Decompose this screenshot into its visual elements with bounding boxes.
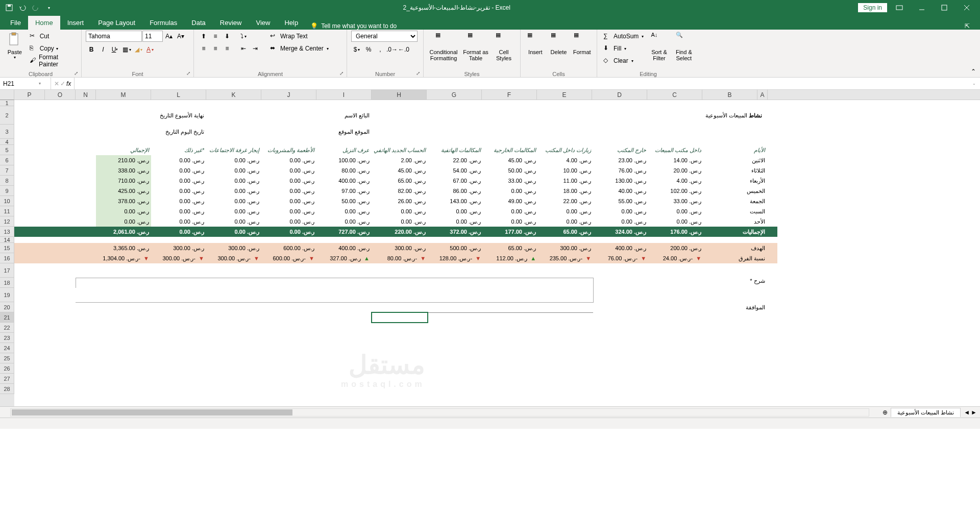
column-header-P[interactable]: P <box>14 90 45 100</box>
name-box[interactable]: ▾ <box>0 78 51 89</box>
row-header-8[interactable]: 8 <box>0 176 14 186</box>
close-icon[interactable] <box>957 0 977 15</box>
column-header-F[interactable]: F <box>482 90 537 100</box>
fill-button[interactable]: ⬇Fill <box>601 43 646 54</box>
row-header-18[interactable]: 18 <box>0 278 14 288</box>
conditional-formatting-button[interactable]: ▦Conditional Formatting <box>428 31 459 61</box>
row-header-7[interactable]: 7 <box>0 165 14 176</box>
alignment-dialog-icon[interactable]: ⤢ <box>339 70 344 76</box>
tab-review[interactable]: Review <box>213 16 249 30</box>
increase-indent-icon[interactable]: ⇥ <box>250 43 261 54</box>
increase-font-icon[interactable]: A▴ <box>163 31 175 42</box>
align-left-icon[interactable]: ≡ <box>198 43 209 54</box>
number-format-select[interactable]: General <box>351 31 418 42</box>
align-bottom-icon[interactable]: ⬇ <box>222 31 233 42</box>
format-as-table-button[interactable]: ▦Format as Table <box>461 31 490 61</box>
column-header-K[interactable]: K <box>206 90 261 100</box>
align-center-icon[interactable]: ≡ <box>210 43 221 54</box>
column-header-H[interactable]: H <box>372 90 427 100</box>
row-header-15[interactable]: 15 <box>0 243 14 253</box>
tab-insert[interactable]: Insert <box>60 16 91 30</box>
expand-formula-bar-icon[interactable]: ⌄ <box>968 81 980 86</box>
accounting-format-icon[interactable]: $ <box>351 44 362 55</box>
paste-button[interactable]: Paste▾ <box>4 31 26 60</box>
row-header-21[interactable]: 21 <box>0 312 14 323</box>
decrease-indent-icon[interactable]: ⇤ <box>238 43 249 54</box>
tab-page-layout[interactable]: Page Layout <box>91 16 142 30</box>
enter-formula-icon[interactable]: ✓ <box>60 80 65 87</box>
row-header-4[interactable]: 4 <box>0 139 14 145</box>
autosum-button[interactable]: ∑AutoSum <box>601 31 646 42</box>
save-icon[interactable] <box>3 2 15 14</box>
column-header-C[interactable]: C <box>647 90 702 100</box>
sort-filter-button[interactable]: A↓Sort & Filter <box>648 31 670 61</box>
row-header-20[interactable]: 20 <box>0 302 14 312</box>
collapse-ribbon-icon[interactable]: ⌃ <box>971 68 976 75</box>
row-header-25[interactable]: 25 <box>0 353 14 363</box>
column-header-A[interactable]: A <box>757 90 768 100</box>
tab-home[interactable]: Home <box>28 16 60 30</box>
sheet-nav-last-icon[interactable]: ► <box>971 409 977 416</box>
tab-view[interactable]: View <box>249 16 277 30</box>
align-top-icon[interactable]: ⬆ <box>198 31 209 42</box>
bold-icon[interactable]: B <box>86 44 97 55</box>
sheet-nav-first-icon[interactable]: ◄ <box>964 409 970 416</box>
number-dialog-icon[interactable]: ⤢ <box>416 70 420 76</box>
row-header-24[interactable]: 24 <box>0 343 14 353</box>
orientation-icon[interactable]: ⤵ <box>238 31 249 42</box>
italic-icon[interactable]: I <box>97 44 109 55</box>
row-header-13[interactable]: 13 <box>0 227 14 237</box>
column-header-B[interactable]: B <box>702 90 757 100</box>
row-header-5[interactable]: 5 <box>0 145 14 155</box>
format-cells-button[interactable]: ▦Format <box>571 31 593 55</box>
share-button[interactable]: ⇱ <box>965 22 980 30</box>
align-middle-icon[interactable]: ≡ <box>210 31 221 42</box>
tab-data[interactable]: Data <box>184 16 212 30</box>
add-sheet-button[interactable]: ⊕ <box>879 409 891 416</box>
increase-decimal-icon[interactable]: .0→ <box>386 44 398 55</box>
row-header-26[interactable]: 26 <box>0 363 14 374</box>
clipboard-dialog-icon[interactable]: ⤢ <box>74 70 78 76</box>
align-right-icon[interactable]: ≡ <box>222 43 233 54</box>
qat-customize-icon[interactable]: ▾ <box>43 2 55 14</box>
tab-help[interactable]: Help <box>277 16 305 30</box>
horizontal-scrollbar[interactable] <box>10 408 869 417</box>
formula-input[interactable] <box>75 80 968 87</box>
column-header-I[interactable]: I <box>316 90 372 100</box>
decrease-font-icon[interactable]: A▾ <box>175 31 186 42</box>
font-size-input[interactable] <box>142 31 163 42</box>
row-header-3[interactable]: 3 <box>0 125 14 139</box>
cell-styles-button[interactable]: ▦Cell Styles <box>492 31 516 61</box>
row-header-27[interactable]: 27 <box>0 374 14 384</box>
row-header-1[interactable]: 1 <box>0 100 14 106</box>
column-header-N[interactable]: N <box>76 90 96 100</box>
maximize-icon[interactable] <box>934 0 954 15</box>
row-header-17[interactable]: 17 <box>0 263 14 278</box>
row-header-6[interactable]: 6 <box>0 155 14 165</box>
underline-icon[interactable]: U▾ <box>109 44 120 55</box>
tell-me-search[interactable]: 💡 Tell me what you want to do <box>310 22 397 30</box>
row-header-12[interactable]: 12 <box>0 216 14 227</box>
signin-button[interactable]: Sign in <box>858 3 887 12</box>
cut-button[interactable]: ✂Cut <box>28 31 77 42</box>
row-header-10[interactable]: 10 <box>0 196 14 206</box>
format-painter-button[interactable]: 🖌Format Painter <box>28 55 77 66</box>
percent-format-icon[interactable]: % <box>363 44 374 55</box>
ribbon-display-icon[interactable] <box>889 0 910 15</box>
sheet-tab-active[interactable]: نشاط المبيعات الأسبوعية <box>891 408 961 417</box>
fill-color-icon[interactable]: ◢ <box>133 44 144 55</box>
delete-cells-button[interactable]: ▦Delete <box>548 31 570 55</box>
copy-button[interactable]: ⎘Copy▾ <box>28 43 77 54</box>
tab-file[interactable]: File <box>3 16 28 30</box>
column-header-E[interactable]: E <box>537 90 592 100</box>
tab-formulas[interactable]: Formulas <box>142 16 184 30</box>
font-dialog-icon[interactable]: ⤢ <box>186 70 190 76</box>
cancel-formula-icon[interactable]: ✕ <box>54 80 59 87</box>
cells-area[interactable]: نهاية الأسبوع التاريخالبائع الاسمنشاط ال… <box>14 100 980 406</box>
find-select-button[interactable]: 🔍Find & Select <box>673 31 695 61</box>
row-header-11[interactable]: 11 <box>0 206 14 216</box>
wrap-text-button[interactable]: ↩Wrap Text <box>268 31 331 42</box>
clear-button[interactable]: ◇Clear <box>601 55 646 66</box>
column-header-D[interactable]: D <box>592 90 647 100</box>
font-name-input[interactable] <box>86 31 142 42</box>
